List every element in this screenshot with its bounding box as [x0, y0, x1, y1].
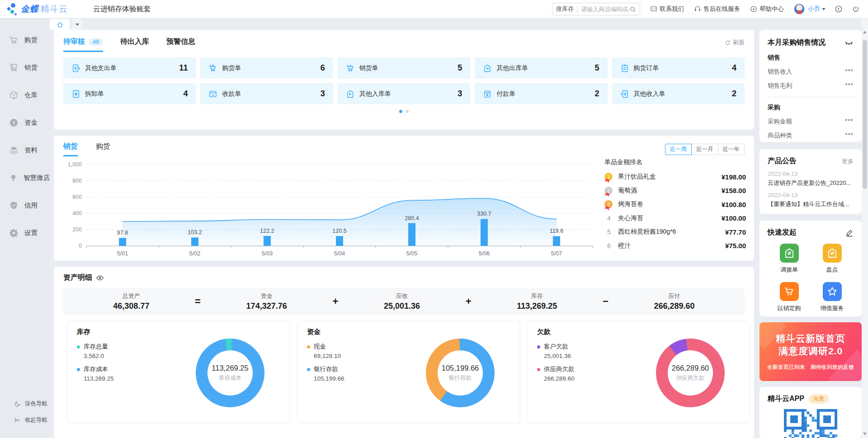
- tab-list-dropdown[interactable]: [72, 19, 82, 30]
- ranking-item-name: 橙汁: [618, 242, 631, 250]
- todo-tab-1[interactable]: 待出入库: [120, 37, 149, 52]
- announcements-more-link[interactable]: 更多: [842, 157, 854, 165]
- pagination-dot[interactable]: [406, 110, 409, 113]
- donut-center-value: 266,289.60: [672, 364, 709, 372]
- sidebar-item-yen-circle[interactable]: 资金: [0, 109, 50, 137]
- sidebar-item-layers[interactable]: 资料: [0, 137, 50, 164]
- survey-banner[interactable]: 精斗云新版首页 满意度调研2.0 全新首页已到来 期待收到您的反馈: [760, 322, 862, 381]
- eye-closed-icon[interactable]: [844, 38, 854, 47]
- todo-item-label: 收款单: [222, 90, 241, 98]
- sidebar-item-label: 设置: [24, 229, 38, 237]
- svg-text:122.2: 122.2: [260, 228, 274, 234]
- todo-card-item-4[interactable]: 购货订单 4: [612, 57, 745, 79]
- scroll-down-arrow[interactable]: [863, 433, 867, 435]
- todo-card-item-0[interactable]: 其他支出单 11: [63, 57, 196, 79]
- todo-card-item-6[interactable]: 收款单 3: [200, 83, 333, 104]
- sidebar-moon-toggle[interactable]: 深色导航: [0, 396, 50, 412]
- edit-pencil-icon[interactable]: [845, 229, 854, 237]
- asset-formula: 总资产 46,308.77= 资金 174,327.76+ 应收 25,001.…: [63, 288, 745, 315]
- refresh-button[interactable]: 刷新: [725, 38, 745, 51]
- todo-card-item-8[interactable]: 付款单 2: [475, 83, 607, 104]
- scrollbar-thumb[interactable]: [863, 40, 867, 189]
- sidebar-item-label: 信用: [24, 201, 38, 210]
- brand-logo[interactable]: 金蝶 精斗云: [6, 3, 79, 15]
- page-scrollbar[interactable]: [862, 18, 868, 438]
- sidebar-item-cube[interactable]: 仓库: [0, 81, 50, 109]
- doc-hash-icon: [71, 89, 80, 99]
- ranking-item-amount: ¥75.00: [725, 242, 746, 250]
- todo-card-item-9[interactable]: 其他收入单 2: [612, 83, 745, 104]
- header-link-2[interactable]: 帮助中心: [750, 5, 784, 13]
- sidebar-collapse-toggle[interactable]: 收起导航: [0, 412, 50, 428]
- search-input[interactable]: [581, 6, 629, 13]
- range-button-0[interactable]: 近一周: [665, 144, 692, 155]
- rank-number: 6: [604, 242, 613, 250]
- announcement-date: 2022-04-13: [768, 170, 854, 177]
- formula-label: 应付: [654, 292, 695, 300]
- range-button-2[interactable]: 近一年: [718, 144, 745, 155]
- todo-card-item-7[interactable]: 其他入库单 3: [338, 83, 470, 104]
- svg-text:5/06: 5/06: [479, 250, 490, 257]
- back-button[interactable]: [835, 5, 843, 13]
- todo-card-item-3[interactable]: 其他出库单 5: [475, 57, 607, 79]
- quick-action-3[interactable]: 增值服务: [821, 282, 844, 312]
- range-button-1[interactable]: 近一月: [691, 144, 718, 155]
- inventory-search[interactable]: 搜库存 |: [552, 3, 640, 15]
- eye-icon[interactable]: [96, 274, 104, 282]
- ranking-row[interactable]: 5 西红柿意粉酱190g*6 ¥77.70: [604, 225, 746, 239]
- header-link-label: 联系我们: [660, 5, 684, 13]
- announcement-item[interactable]: 2022-04-13 云进销存产品更新公告_20220...: [768, 170, 854, 187]
- ranking-row[interactable]: 3 烤海苔卷 ¥100.80: [604, 198, 746, 212]
- donut-chart-0[interactable]: 113,269.25 库存成本: [196, 339, 264, 407]
- trend-tab-1[interactable]: 购货: [96, 142, 110, 156]
- monthly-row-value: ***: [845, 118, 854, 126]
- ranking-row[interactable]: 1 果汁饮品礼盒 ¥198.00: [604, 170, 746, 184]
- header-link-0[interactable]: 联系我们: [650, 5, 684, 13]
- user-menu[interactable]: 小乔: [794, 4, 826, 14]
- legend-dot: [307, 345, 310, 349]
- sidebar-item-shield[interactable]: 信用: [0, 192, 50, 219]
- todo-tab-0[interactable]: 待审核 49: [63, 37, 103, 52]
- svg-text:119.6: 119.6: [550, 228, 563, 234]
- sidebar-item-bulb[interactable]: 智慧微店: [0, 164, 50, 192]
- pagination-dot-active[interactable]: [399, 110, 402, 113]
- quick-action-2[interactable]: 以销定购: [778, 282, 801, 312]
- donut-chart-2[interactable]: 266,289.60 供应商欠款: [656, 339, 725, 407]
- sidebar-item-gear[interactable]: 设置: [0, 219, 50, 247]
- monthly-row: 商品种类 ***: [768, 132, 854, 140]
- ranking-row[interactable]: 6 橙汁 ¥75.00: [604, 239, 746, 253]
- todo-tab-2[interactable]: 预警信息: [166, 37, 195, 52]
- scroll-up-arrow[interactable]: [863, 31, 867, 33]
- todo-card-item-5[interactable]: 拆卸单 4: [63, 83, 196, 104]
- sidebar-item-handcart[interactable]: 销货: [0, 54, 50, 81]
- legend-name: 库存成本: [84, 365, 108, 373]
- quick-action-0[interactable]: 调拨单: [780, 244, 799, 274]
- username[interactable]: 小乔: [808, 5, 820, 13]
- trend-tab-0[interactable]: 销货: [63, 142, 78, 156]
- avatar[interactable]: [794, 4, 805, 14]
- quick-action-1[interactable]: 盘点: [823, 244, 842, 274]
- search-icon[interactable]: [629, 6, 636, 13]
- search-category-label[interactable]: 搜库存: [556, 5, 574, 13]
- svg-text:97.8: 97.8: [117, 230, 128, 236]
- home-tab[interactable]: [50, 19, 70, 30]
- ranking-row[interactable]: 4 夹心海苔 ¥100.00: [604, 212, 746, 226]
- ranking-item-name: 夹心海苔: [618, 214, 643, 222]
- ranking-row[interactable]: 2 葡萄酒 ¥158.00: [604, 184, 746, 198]
- sales-trend-chart: 02004006008001,000 97.85/01103.25/02122.…: [63, 161, 601, 258]
- svg-text:5/01: 5/01: [117, 250, 128, 257]
- monthly-row: 销售毛利 ***: [768, 82, 854, 90]
- todo-item-label: 购货订单: [634, 64, 659, 72]
- todo-card-item-2[interactable]: 销货单 5: [338, 57, 470, 79]
- svg-text:5/02: 5/02: [189, 250, 200, 257]
- todo-card-item-1[interactable]: 购货单 6: [200, 57, 333, 79]
- product-announcements-card: 产品公告 更多 2022-04-13 云进销存产品更新公告_20220... 2…: [760, 149, 862, 214]
- monthly-row-value: ***: [845, 82, 854, 90]
- announcement-item[interactable]: 2022-04-13 【重要通知】精斗云工作台域...: [768, 192, 854, 208]
- donut-chart-1[interactable]: 105,199.66 银行存款: [426, 339, 495, 407]
- header-link-1[interactable]: 售后在线服务: [694, 5, 740, 13]
- app-download-card: 精斗云APP 免费: [760, 387, 862, 438]
- formula-value: 174,327.76: [246, 301, 287, 311]
- logout-power-button[interactable]: [852, 5, 860, 13]
- sidebar-item-cart[interactable]: 购货: [0, 26, 50, 54]
